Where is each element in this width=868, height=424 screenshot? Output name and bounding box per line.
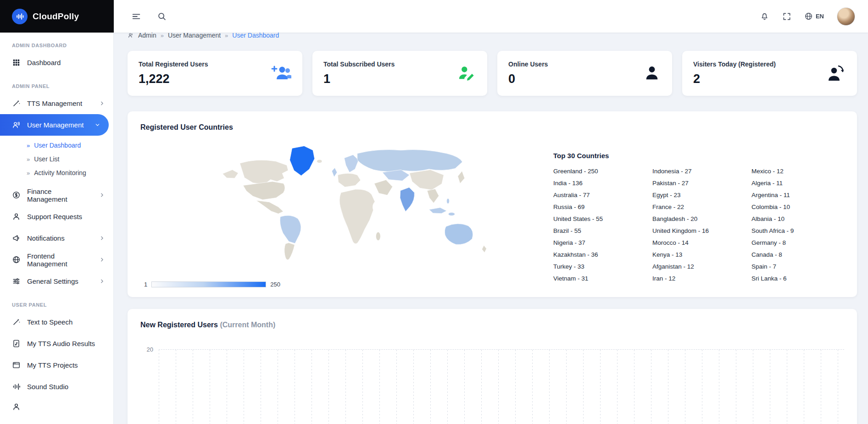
chevron-right-icon <box>99 192 105 198</box>
sidebar-item-notifications[interactable]: Notifications <box>0 227 113 249</box>
top-countries-panel: Top 30 Countries Greenland - 250India - … <box>551 136 844 288</box>
sidebar: ADMIN DASHBOARD Dashboard ADMIN PANEL TT… <box>0 33 114 424</box>
map-legend: 1 250 <box>144 281 551 288</box>
map-country-mexico <box>256 200 283 214</box>
map-country-india <box>400 187 414 212</box>
world-map[interactable]: 1 250 <box>140 136 551 288</box>
sidebar-item-label: My TTS Audio Results <box>27 340 95 347</box>
chevron-right-icon <box>99 257 105 263</box>
sidebar-item-tts-management[interactable]: TTS Management <box>0 93 113 114</box>
sidebar-item-label: Frontend Management <box>27 252 93 268</box>
country-row: Afganistan - 12 <box>652 261 745 273</box>
chevron-right-icon <box>99 235 105 241</box>
sidebar-item-support-requests[interactable]: Support Requests <box>0 206 113 227</box>
breadcrumb-user-icon <box>128 32 134 39</box>
country-row: Iran - 12 <box>652 273 745 285</box>
user-voice-icon <box>12 121 21 129</box>
sidebar-section-label: ADMIN DASHBOARD <box>0 33 113 52</box>
stat-card-total-registered: Total Registered Users 1,222 <box>128 51 302 96</box>
chart-gridlines <box>159 350 844 424</box>
map-country-uk <box>332 168 337 177</box>
megaphone-icon <box>12 234 21 242</box>
user-edit-icon <box>457 65 476 82</box>
top-navbar: CloudPolly <box>0 0 868 33</box>
breadcrumb: Admin » User Management » User Dashboard <box>128 32 857 39</box>
sidebar-item-partial[interactable] <box>0 397 113 416</box>
stat-value: 0 <box>508 72 548 86</box>
sidebar-item-finance-management[interactable]: Finance Management <box>0 184 113 206</box>
countries-column-2: Indonesia - 27Pakistan - 27Egypt - 23Fra… <box>652 165 745 285</box>
user-icon <box>643 65 661 82</box>
submenu-marker-icon: » <box>27 156 30 163</box>
country-row: France - 22 <box>652 201 745 213</box>
country-row: Albania - 10 <box>751 213 844 225</box>
breadcrumb-item-admin[interactable]: Admin <box>138 32 156 39</box>
dollar-circle-icon <box>12 191 21 199</box>
breadcrumb-item-user-dashboard[interactable]: User Dashboard <box>232 32 279 39</box>
person-icon <box>12 402 21 411</box>
sidebar-item-dashboard[interactable]: Dashboard <box>0 52 113 73</box>
country-row: Argentina - 11 <box>751 189 844 201</box>
sidebar-item-sound-studio[interactable]: Sound Studio <box>0 376 113 397</box>
country-row: Vietnam - 31 <box>553 273 646 285</box>
notifications-bell-icon[interactable] <box>760 11 769 21</box>
country-row: Australia - 77 <box>553 189 646 201</box>
stat-card-total-subscribed: Total Subscribed Users 1 <box>312 51 487 96</box>
country-row: Bangladesh - 20 <box>652 213 745 225</box>
map-country-middle-east <box>374 180 393 195</box>
country-row: Kenya - 13 <box>652 249 745 261</box>
breadcrumb-item-user-management[interactable]: User Management <box>168 32 221 39</box>
sidebar-item-my-tts-audio-results[interactable]: My TTS Audio Results <box>0 333 113 354</box>
sidebar-item-user-management[interactable]: User Management <box>0 114 109 136</box>
country-row: Algeria - 11 <box>751 177 844 189</box>
search-icon[interactable] <box>157 11 167 21</box>
country-row: Colombia - 10 <box>751 201 844 213</box>
sidebar-item-label: My TTS Projects <box>27 361 78 369</box>
person-icon <box>12 212 21 221</box>
stat-card-visitors-today: Visiters Today (Registered) 2 <box>682 51 857 96</box>
y-axis-tick: 20 <box>140 346 159 424</box>
country-row: Sri Lanka - 6 <box>751 273 844 285</box>
breadcrumb-separator: » <box>161 32 164 39</box>
country-row: Canada - 8 <box>751 249 844 261</box>
map-country-australia <box>445 224 473 244</box>
user-avatar[interactable] <box>837 7 855 26</box>
map-country-greenland <box>290 146 315 176</box>
map-country-philippines <box>447 198 450 204</box>
sidebar-item-general-settings[interactable]: General Settings <box>0 270 113 292</box>
language-selector[interactable]: EN <box>804 12 824 21</box>
sidebar-item-label: Finance Management <box>27 187 93 203</box>
map-country-indonesia <box>429 208 446 214</box>
brand-logo[interactable]: CloudPolly <box>0 0 114 33</box>
country-row: Brazil - 55 <box>553 225 646 237</box>
sidebar-subitem-user-list[interactable]: » User List <box>0 152 113 166</box>
sidebar-subitem-user-dashboard[interactable]: » User Dashboard <box>0 138 113 152</box>
legend-max: 250 <box>270 281 280 288</box>
country-row: Morocco - 14 <box>652 237 745 249</box>
menu-toggle-icon[interactable] <box>131 11 141 22</box>
country-row: Egypt - 23 <box>652 189 745 201</box>
globe-icon <box>12 255 21 264</box>
grid-icon <box>12 58 21 67</box>
sidebar-subitem-activity-monitoring[interactable]: » Activity Monitoring <box>0 166 113 180</box>
sidebar-item-label: Dashboard <box>27 59 61 66</box>
country-row: Turkey - 33 <box>553 261 646 273</box>
sidebar-item-label: General Settings <box>27 277 78 285</box>
map-country-indonesia-east <box>448 213 455 216</box>
sidebar-item-label: Sound Studio <box>27 383 68 391</box>
country-row: India - 136 <box>553 177 646 189</box>
country-row: Indonesia - 27 <box>652 165 745 177</box>
map-country-usa <box>243 182 285 200</box>
stat-value: 1 <box>323 72 395 86</box>
top-countries-title: Top 30 Countries <box>553 152 844 160</box>
fullscreen-icon[interactable] <box>782 12 791 21</box>
registered-user-countries-card: Registered User Countries <box>128 111 857 297</box>
main-content: User Dahsboard Admin » User Management »… <box>114 0 868 424</box>
country-row: Greenland - 250 <box>553 165 646 177</box>
sidebar-item-text-to-speech[interactable]: Text to Speech <box>0 311 113 333</box>
countries-column-1: Greenland - 250India - 136Australia - 77… <box>553 165 646 285</box>
country-row: United Kingdom - 16 <box>652 225 745 237</box>
sidebar-item-frontend-management[interactable]: Frontend Management <box>0 249 113 270</box>
sidebar-item-my-tts-projects[interactable]: My TTS Projects <box>0 354 113 376</box>
audio-file-icon <box>12 339 21 348</box>
